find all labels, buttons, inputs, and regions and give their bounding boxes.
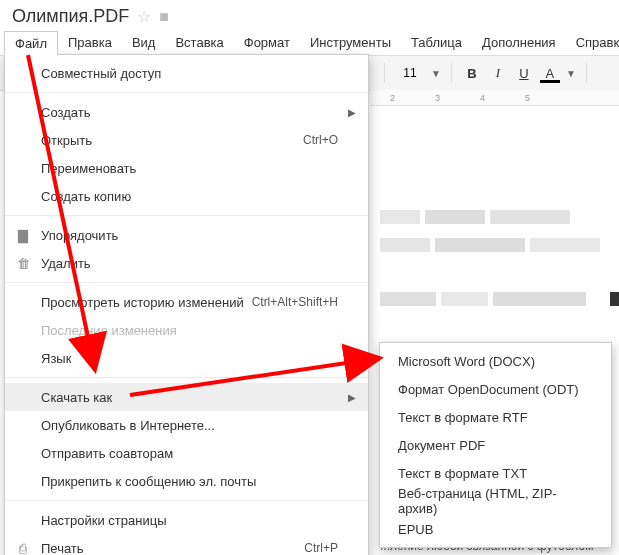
menu-item-label: Скачать как [41, 390, 112, 405]
menu-item-revision-history[interactable]: Просмотреть историю изменений Ctrl+Alt+S… [5, 288, 368, 316]
submenu-arrow-icon: ▶ [348, 107, 356, 118]
menu-item-label: Прикрепить к сообщению эл. почты [41, 474, 256, 489]
menu-item-label: Последние изменения [41, 323, 177, 338]
menu-item-page-setup[interactable]: Настройки страницы [5, 506, 368, 534]
underline-button[interactable]: U [514, 66, 534, 81]
menu-item-label: Настройки страницы [41, 513, 167, 528]
shortcut-label: Ctrl+O [303, 133, 338, 147]
menu-tools[interactable]: Инструменты [300, 31, 401, 55]
menu-item-label: Создать копию [41, 189, 131, 204]
submenu-item-docx[interactable]: Microsoft Word (DOCX) [380, 347, 611, 375]
submenu-item-html[interactable]: Веб-страница (HTML, ZIP-архив) [380, 487, 611, 515]
menu-insert[interactable]: Вставка [165, 31, 233, 55]
title-bar: Олимпия.PDF ☆ ■ [0, 0, 619, 31]
menu-item-label: Упорядочить [41, 228, 118, 243]
menu-edit[interactable]: Правка [58, 31, 122, 55]
menu-item-share[interactable]: Совместный доступ [5, 59, 368, 87]
print-icon: ⎙ [15, 541, 31, 556]
menu-view[interactable]: Вид [122, 31, 166, 55]
doc-title[interactable]: Олимпия.PDF [12, 6, 129, 27]
menu-item-publish[interactable]: Опубликовать в Интернете... [5, 411, 368, 439]
ruler-tick: 2 [390, 93, 395, 103]
trash-icon: 🗑 [15, 256, 31, 271]
shortcut-label: Ctrl+P [304, 541, 338, 555]
italic-button[interactable]: I [488, 65, 508, 81]
document-content [380, 110, 619, 320]
ruler-tick: 5 [525, 93, 530, 103]
menu-item-language[interactable]: Язык ▶ [5, 344, 368, 372]
submenu-item-txt[interactable]: Текст в формате TXT [380, 459, 611, 487]
ruler-tick: 4 [480, 93, 485, 103]
menu-item-delete[interactable]: 🗑 Удалить [5, 249, 368, 277]
menu-item-make-copy[interactable]: Создать копию [5, 182, 368, 210]
menu-table[interactable]: Таблица [401, 31, 472, 55]
menu-item-download-as[interactable]: Скачать как ▶ [5, 383, 368, 411]
submenu-item-odt[interactable]: Формат OpenDocument (ODT) [380, 375, 611, 403]
menu-item-label: Отправить соавторам [41, 446, 173, 461]
file-dropdown-menu: Совместный доступ Создать ▶ Открыть Ctrl… [4, 54, 369, 555]
menu-item-label: Печать [41, 541, 84, 556]
menu-item-label: Открыть [41, 133, 92, 148]
submenu-arrow-icon: ▶ [348, 353, 356, 364]
menu-bar: Файл Правка Вид Вставка Формат Инструмен… [0, 31, 619, 56]
menu-item-recent-changes: Последние изменения [5, 316, 368, 344]
menu-item-label: Просмотреть историю изменений [41, 295, 244, 310]
menu-item-label: Опубликовать в Интернете... [41, 418, 215, 433]
menu-item-label: Создать [41, 105, 90, 120]
submenu-item-rtf[interactable]: Текст в формате RTF [380, 403, 611, 431]
submenu-item-epub[interactable]: EPUB [380, 515, 611, 543]
color-dropdown-icon[interactable]: ▼ [566, 68, 576, 79]
menu-help[interactable]: Справка [566, 31, 619, 55]
menu-item-label: Совместный доступ [41, 66, 161, 81]
menu-item-open[interactable]: Открыть Ctrl+O [5, 126, 368, 154]
menu-item-organize[interactable]: ▇ Упорядочить [5, 221, 368, 249]
menu-item-email-attachment[interactable]: Прикрепить к сообщению эл. почты [5, 467, 368, 495]
download-as-submenu: Microsoft Word (DOCX) Формат OpenDocumen… [379, 342, 612, 548]
submenu-arrow-icon: ▶ [348, 392, 356, 403]
ruler: 2 3 4 5 [370, 90, 619, 106]
font-size-value[interactable]: 11 [395, 66, 425, 80]
menu-item-label: Удалить [41, 256, 91, 271]
star-icon[interactable]: ☆ [137, 7, 151, 26]
ruler-tick: 3 [435, 93, 440, 103]
menu-item-label: Переименовать [41, 161, 136, 176]
menu-file[interactable]: Файл [4, 31, 58, 56]
menu-item-email-collaborators[interactable]: Отправить соавторам [5, 439, 368, 467]
menu-item-rename[interactable]: Переименовать [5, 154, 368, 182]
submenu-item-pdf[interactable]: Документ PDF [380, 431, 611, 459]
menu-item-new[interactable]: Создать ▶ [5, 98, 368, 126]
text-color-button[interactable]: A [540, 66, 560, 81]
folder-icon[interactable]: ■ [159, 8, 169, 26]
bold-button[interactable]: B [462, 66, 482, 81]
menu-addons[interactable]: Дополнения [472, 31, 566, 55]
menu-item-print[interactable]: ⎙ Печать Ctrl+P [5, 534, 368, 555]
font-size-dropdown-icon[interactable]: ▼ [431, 68, 441, 79]
menu-format[interactable]: Формат [234, 31, 300, 55]
shortcut-label: Ctrl+Alt+Shift+H [252, 295, 338, 309]
menu-item-label: Язык [41, 351, 71, 366]
folder-icon: ▇ [15, 228, 31, 243]
